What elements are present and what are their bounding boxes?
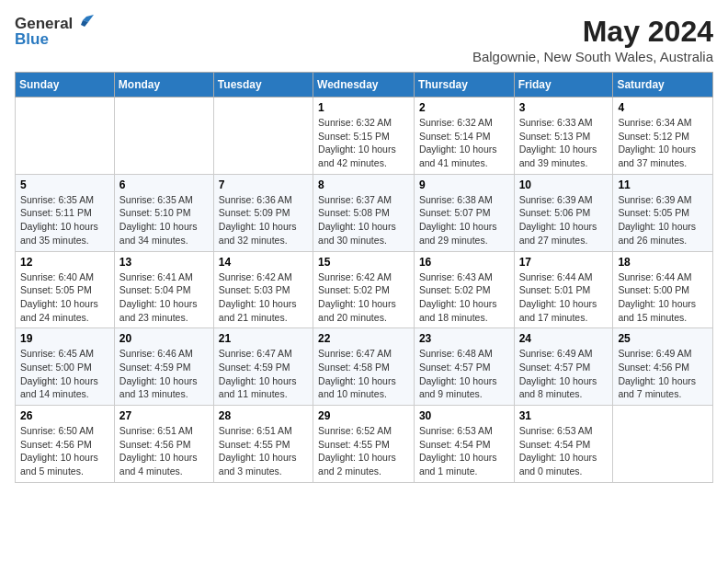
day-number: 23 bbox=[419, 332, 509, 345]
day-info: Sunrise: 6:47 AM Sunset: 4:59 PM Dayligh… bbox=[219, 347, 308, 401]
day-number: 31 bbox=[519, 409, 609, 422]
calendar-cell: 14Sunrise: 6:42 AM Sunset: 5:03 PM Dayli… bbox=[213, 251, 313, 328]
day-info: Sunrise: 6:36 AM Sunset: 5:09 PM Dayligh… bbox=[219, 193, 308, 247]
day-info: Sunrise: 6:35 AM Sunset: 5:11 PM Dayligh… bbox=[20, 193, 109, 247]
calendar-header-row: SundayMondayTuesdayWednesdayThursdayFrid… bbox=[16, 73, 713, 98]
calendar-cell bbox=[16, 98, 115, 175]
day-number: 8 bbox=[318, 178, 409, 191]
day-info: Sunrise: 6:44 AM Sunset: 5:00 PM Dayligh… bbox=[618, 270, 708, 325]
day-number: 16 bbox=[419, 256, 509, 269]
calendar-cell: 30Sunrise: 6:53 AM Sunset: 4:54 PM Dayli… bbox=[414, 406, 514, 483]
day-info: Sunrise: 6:43 AM Sunset: 5:02 PM Dayligh… bbox=[419, 270, 509, 325]
logo: General Blue bbox=[15, 15, 94, 49]
calendar-cell bbox=[114, 98, 213, 175]
day-info: Sunrise: 6:53 AM Sunset: 4:54 PM Dayligh… bbox=[419, 424, 509, 478]
day-info: Sunrise: 6:53 AM Sunset: 4:54 PM Dayligh… bbox=[519, 424, 609, 478]
day-number: 20 bbox=[119, 332, 209, 345]
calendar-row-4: 19Sunrise: 6:45 AM Sunset: 5:00 PM Dayli… bbox=[16, 328, 713, 406]
day-number: 11 bbox=[618, 178, 708, 191]
day-number: 17 bbox=[519, 256, 609, 269]
main-title: May 2024 bbox=[472, 15, 713, 49]
calendar-cell: 5Sunrise: 6:35 AM Sunset: 5:11 PM Daylig… bbox=[16, 174, 115, 251]
day-info: Sunrise: 6:47 AM Sunset: 4:58 PM Dayligh… bbox=[318, 347, 409, 401]
day-info: Sunrise: 6:51 AM Sunset: 4:55 PM Dayligh… bbox=[219, 424, 308, 478]
day-number: 28 bbox=[219, 409, 308, 422]
day-number: 14 bbox=[219, 256, 308, 269]
weekday-header-sunday: Sunday bbox=[16, 73, 115, 98]
weekday-header-monday: Monday bbox=[114, 73, 213, 98]
day-number: 30 bbox=[419, 409, 509, 422]
day-info: Sunrise: 6:35 AM Sunset: 5:10 PM Dayligh… bbox=[119, 193, 209, 247]
day-number: 1 bbox=[318, 101, 409, 114]
day-info: Sunrise: 6:34 AM Sunset: 5:12 PM Dayligh… bbox=[618, 116, 708, 170]
calendar-cell bbox=[213, 98, 313, 175]
day-number: 25 bbox=[618, 332, 708, 345]
calendar-cell: 7Sunrise: 6:36 AM Sunset: 5:09 PM Daylig… bbox=[213, 174, 313, 251]
day-number: 21 bbox=[219, 332, 308, 345]
calendar-cell: 22Sunrise: 6:47 AM Sunset: 4:58 PM Dayli… bbox=[313, 328, 415, 406]
calendar-cell: 17Sunrise: 6:44 AM Sunset: 5:01 PM Dayli… bbox=[514, 251, 613, 328]
day-info: Sunrise: 6:50 AM Sunset: 4:56 PM Dayligh… bbox=[20, 424, 109, 478]
day-info: Sunrise: 6:45 AM Sunset: 5:00 PM Dayligh… bbox=[20, 347, 109, 401]
day-number: 22 bbox=[318, 332, 409, 345]
day-number: 24 bbox=[519, 332, 609, 345]
day-info: Sunrise: 6:48 AM Sunset: 4:57 PM Dayligh… bbox=[419, 347, 509, 401]
day-number: 26 bbox=[20, 409, 109, 422]
calendar-cell: 19Sunrise: 6:45 AM Sunset: 5:00 PM Dayli… bbox=[16, 328, 115, 406]
calendar-cell: 8Sunrise: 6:37 AM Sunset: 5:08 PM Daylig… bbox=[313, 174, 415, 251]
day-info: Sunrise: 6:37 AM Sunset: 5:08 PM Dayligh… bbox=[318, 193, 409, 247]
day-info: Sunrise: 6:51 AM Sunset: 4:56 PM Dayligh… bbox=[119, 424, 209, 478]
calendar-cell: 9Sunrise: 6:38 AM Sunset: 5:07 PM Daylig… bbox=[414, 174, 514, 251]
weekday-header-saturday: Saturday bbox=[613, 73, 713, 98]
weekday-header-thursday: Thursday bbox=[414, 73, 514, 98]
day-info: Sunrise: 6:40 AM Sunset: 5:05 PM Dayligh… bbox=[20, 270, 109, 325]
logo-blue-text: Blue bbox=[15, 30, 49, 48]
weekday-header-tuesday: Tuesday bbox=[213, 73, 313, 98]
day-number: 27 bbox=[119, 409, 209, 422]
calendar-cell: 29Sunrise: 6:52 AM Sunset: 4:55 PM Dayli… bbox=[313, 406, 415, 483]
day-number: 4 bbox=[618, 101, 708, 114]
day-number: 5 bbox=[20, 178, 109, 191]
calendar-cell: 4Sunrise: 6:34 AM Sunset: 5:12 PM Daylig… bbox=[613, 98, 713, 175]
day-number: 9 bbox=[419, 178, 509, 191]
day-info: Sunrise: 6:41 AM Sunset: 5:04 PM Dayligh… bbox=[119, 270, 209, 325]
calendar-cell: 3Sunrise: 6:33 AM Sunset: 5:13 PM Daylig… bbox=[514, 98, 613, 175]
calendar-cell: 1Sunrise: 6:32 AM Sunset: 5:15 PM Daylig… bbox=[313, 98, 415, 175]
day-number: 6 bbox=[119, 178, 209, 191]
calendar-cell: 28Sunrise: 6:51 AM Sunset: 4:55 PM Dayli… bbox=[213, 406, 313, 483]
calendar-cell: 12Sunrise: 6:40 AM Sunset: 5:05 PM Dayli… bbox=[16, 251, 115, 328]
day-info: Sunrise: 6:44 AM Sunset: 5:01 PM Dayligh… bbox=[519, 270, 609, 325]
day-info: Sunrise: 6:49 AM Sunset: 4:56 PM Dayligh… bbox=[618, 347, 708, 401]
calendar-cell: 23Sunrise: 6:48 AM Sunset: 4:57 PM Dayli… bbox=[414, 328, 514, 406]
day-info: Sunrise: 6:39 AM Sunset: 5:06 PM Dayligh… bbox=[519, 193, 609, 247]
title-section: May 2024 Balgownie, New South Wales, Aus… bbox=[472, 15, 713, 64]
sub-title: Balgownie, New South Wales, Australia bbox=[472, 49, 713, 64]
calendar-cell: 21Sunrise: 6:47 AM Sunset: 4:59 PM Dayli… bbox=[213, 328, 313, 406]
logo-bird-icon bbox=[74, 13, 94, 33]
calendar-cell: 31Sunrise: 6:53 AM Sunset: 4:54 PM Dayli… bbox=[514, 406, 613, 483]
calendar-cell: 16Sunrise: 6:43 AM Sunset: 5:02 PM Dayli… bbox=[414, 251, 514, 328]
calendar-cell: 27Sunrise: 6:51 AM Sunset: 4:56 PM Dayli… bbox=[114, 406, 213, 483]
calendar-cell: 15Sunrise: 6:42 AM Sunset: 5:02 PM Dayli… bbox=[313, 251, 415, 328]
day-info: Sunrise: 6:39 AM Sunset: 5:05 PM Dayligh… bbox=[618, 193, 708, 247]
calendar-cell: 25Sunrise: 6:49 AM Sunset: 4:56 PM Dayli… bbox=[613, 328, 713, 406]
calendar-table: SundayMondayTuesdayWednesdayThursdayFrid… bbox=[15, 72, 713, 483]
weekday-header-friday: Friday bbox=[514, 73, 613, 98]
day-number: 29 bbox=[318, 409, 409, 422]
day-number: 10 bbox=[519, 178, 609, 191]
calendar-cell bbox=[613, 406, 713, 483]
day-info: Sunrise: 6:52 AM Sunset: 4:55 PM Dayligh… bbox=[318, 424, 409, 478]
day-info: Sunrise: 6:46 AM Sunset: 4:59 PM Dayligh… bbox=[119, 347, 209, 401]
day-info: Sunrise: 6:49 AM Sunset: 4:57 PM Dayligh… bbox=[519, 347, 609, 401]
day-number: 2 bbox=[419, 101, 509, 114]
calendar-cell: 26Sunrise: 6:50 AM Sunset: 4:56 PM Dayli… bbox=[16, 406, 115, 483]
calendar-cell: 6Sunrise: 6:35 AM Sunset: 5:10 PM Daylig… bbox=[114, 174, 213, 251]
calendar-row-3: 12Sunrise: 6:40 AM Sunset: 5:05 PM Dayli… bbox=[16, 251, 713, 328]
day-number: 18 bbox=[618, 256, 708, 269]
calendar-cell: 18Sunrise: 6:44 AM Sunset: 5:00 PM Dayli… bbox=[613, 251, 713, 328]
calendar-cell: 2Sunrise: 6:32 AM Sunset: 5:14 PM Daylig… bbox=[414, 98, 514, 175]
calendar-row-1: 1Sunrise: 6:32 AM Sunset: 5:15 PM Daylig… bbox=[16, 98, 713, 175]
day-number: 12 bbox=[20, 256, 109, 269]
day-info: Sunrise: 6:38 AM Sunset: 5:07 PM Dayligh… bbox=[419, 193, 509, 247]
calendar-row-2: 5Sunrise: 6:35 AM Sunset: 5:11 PM Daylig… bbox=[16, 174, 713, 251]
